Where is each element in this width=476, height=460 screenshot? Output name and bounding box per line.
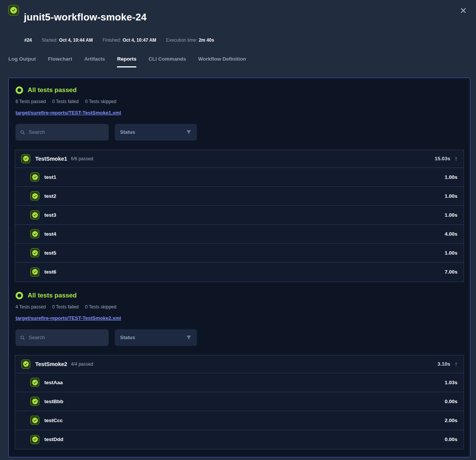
search-input[interactable] bbox=[28, 129, 104, 135]
test-row[interactable]: testCcc 2.00s bbox=[15, 411, 464, 430]
test-passed-icon bbox=[30, 416, 39, 425]
test-passed-icon bbox=[30, 229, 39, 238]
test-passed-icon bbox=[30, 268, 39, 277]
started-meta: Started:Oct 4, 10:44 AM bbox=[42, 38, 93, 43]
test-row[interactable]: test6 7.00s bbox=[15, 263, 464, 282]
test-row[interactable]: test4 4.00s bbox=[15, 225, 464, 244]
workflow-status-passed-icon bbox=[8, 5, 19, 16]
status-filter-dropdown[interactable]: Status bbox=[115, 124, 197, 141]
filter-funnel-icon bbox=[186, 129, 192, 135]
test-duration: 7.00s bbox=[445, 269, 457, 275]
tab-bar: Log Output Flowchart Artifacts Reports C… bbox=[0, 43, 476, 67]
suite-passed-icon bbox=[21, 154, 30, 163]
close-icon[interactable]: ✕ bbox=[459, 5, 468, 16]
test-duration: 4.00s bbox=[445, 231, 457, 237]
tests-failed-count: 0 Tests failed bbox=[52, 99, 79, 104]
test-counts: 4 Tests passed 0 Tests failed 0 Tests sk… bbox=[15, 304, 464, 310]
tests-skipped-count: 0 Tests skipped bbox=[85, 99, 117, 104]
report-section-testsmoke2: All tests passed 4 Tests passed 0 Tests … bbox=[15, 292, 464, 449]
test-name: test5 bbox=[44, 250, 56, 256]
test-name: testCcc bbox=[44, 418, 63, 423]
test-duration: 1.00s bbox=[445, 250, 457, 256]
test-row[interactable]: test1 1.00s bbox=[15, 168, 464, 187]
test-name: testDdd bbox=[44, 437, 63, 442]
status-filter-dropdown[interactable]: Status bbox=[115, 329, 197, 346]
finished-value: Oct 4, 10:47 AM bbox=[123, 38, 156, 43]
test-name: test6 bbox=[44, 269, 56, 275]
test-passed-icon bbox=[30, 248, 39, 257]
suite-header-row[interactable]: TestSmoke1 6/6 passed 15.03s ↑ bbox=[15, 150, 464, 168]
filter-controls: Status bbox=[15, 124, 464, 141]
test-row[interactable]: testDdd 0.00s bbox=[15, 430, 464, 449]
suite-summary: 6/6 passed bbox=[71, 156, 93, 161]
test-results-table: TestSmoke2 4/4 passed 3.10s ↑ testAaa 1.… bbox=[15, 355, 464, 449]
report-section-testsmoke1: All tests passed 6 Tests passed 0 Tests … bbox=[15, 86, 464, 282]
section-status-header: All tests passed bbox=[15, 292, 464, 299]
execution-time-meta: Execution time:2m 40s bbox=[166, 38, 214, 43]
search-icon bbox=[20, 130, 25, 135]
test-passed-icon bbox=[30, 397, 39, 406]
test-duration: 0.00s bbox=[445, 437, 457, 442]
tab-cli-commands[interactable]: CLI Commands bbox=[148, 56, 186, 67]
suite-header-row[interactable]: TestSmoke2 4/4 passed 3.10s ↑ bbox=[15, 355, 464, 373]
execution-time-label: Execution time: bbox=[166, 38, 197, 43]
status-filter-label: Status bbox=[120, 335, 135, 340]
test-row[interactable]: test5 1.00s bbox=[15, 244, 464, 263]
search-box[interactable] bbox=[16, 329, 109, 346]
test-passed-icon bbox=[30, 210, 39, 219]
started-value: Oct 4, 10:44 AM bbox=[59, 38, 93, 43]
test-name: test1 bbox=[44, 174, 56, 180]
finished-label: Finished: bbox=[103, 38, 121, 43]
test-passed-icon bbox=[30, 172, 39, 181]
section-status-title: All tests passed bbox=[28, 86, 76, 94]
test-duration: 0.00s bbox=[445, 399, 457, 404]
test-duration: 1.00s bbox=[445, 174, 457, 180]
window-header: junit5-workflow-smoke-24 ✕ bbox=[0, 0, 476, 30]
tests-passed-count: 4 Tests passed bbox=[16, 304, 46, 310]
page-title: junit5-workflow-smoke-24 bbox=[24, 11, 147, 23]
tab-artifacts[interactable]: Artifacts bbox=[84, 56, 105, 67]
suite-name: TestSmoke1 bbox=[35, 156, 67, 162]
tests-skipped-count: 0 Tests skipped bbox=[85, 304, 117, 310]
test-row[interactable]: testBbb 0.00s bbox=[15, 392, 464, 411]
suite-summary: 4/4 passed bbox=[71, 361, 93, 367]
search-box[interactable] bbox=[16, 124, 109, 141]
test-duration: 1.00s bbox=[445, 212, 457, 218]
test-name: testBbb bbox=[44, 399, 63, 404]
execution-meta: #24 Started:Oct 4, 10:44 AM Finished:Oct… bbox=[0, 30, 476, 43]
filter-funnel-icon bbox=[186, 335, 192, 340]
tab-reports[interactable]: Reports bbox=[117, 56, 136, 67]
test-duration: 2.00s bbox=[445, 418, 457, 423]
tab-log-output[interactable]: Log Output bbox=[8, 56, 36, 67]
tab-flowchart[interactable]: Flowchart bbox=[48, 56, 72, 67]
search-input[interactable] bbox=[28, 334, 104, 341]
finished-meta: Finished:Oct 4, 10:47 AM bbox=[103, 38, 156, 43]
test-row[interactable]: testAaa 1.03s bbox=[15, 373, 464, 392]
section-status-header: All tests passed bbox=[15, 86, 464, 94]
all-passed-ring-icon bbox=[16, 292, 23, 299]
reports-panel: All tests passed 6 Tests passed 0 Tests … bbox=[8, 78, 470, 457]
test-passed-icon bbox=[30, 191, 39, 200]
search-icon bbox=[20, 335, 25, 340]
test-row[interactable]: test3 1.00s bbox=[15, 206, 464, 225]
suite-duration: 3.10s bbox=[437, 361, 450, 367]
started-label: Started: bbox=[42, 38, 58, 43]
section-status-title: All tests passed bbox=[28, 292, 76, 299]
test-passed-icon bbox=[30, 435, 39, 444]
test-duration: 1.00s bbox=[445, 193, 457, 199]
tab-workflow-definition[interactable]: Workflow Definition bbox=[198, 56, 246, 67]
status-filter-label: Status bbox=[120, 129, 135, 135]
test-name: test2 bbox=[44, 193, 56, 199]
test-results-table: TestSmoke1 6/6 passed 15.03s ↑ test1 1.0… bbox=[15, 150, 464, 282]
sort-ascending-icon[interactable]: ↑ bbox=[454, 156, 457, 162]
suite-duration: 15.03s bbox=[435, 156, 450, 161]
tests-passed-count: 6 Tests passed bbox=[16, 99, 46, 104]
filter-controls: Status bbox=[15, 329, 464, 346]
suite-name: TestSmoke2 bbox=[35, 361, 67, 367]
test-row[interactable]: test2 1.00s bbox=[15, 187, 464, 206]
report-xml-link[interactable]: target/surefire-reports/TEST-TestSmoke1.… bbox=[16, 110, 121, 116]
test-name: test3 bbox=[44, 212, 56, 218]
report-xml-link[interactable]: target/surefire-reports/TEST-TestSmoke2.… bbox=[16, 315, 121, 321]
sort-ascending-icon[interactable]: ↑ bbox=[454, 361, 457, 367]
test-name: test4 bbox=[44, 231, 56, 237]
